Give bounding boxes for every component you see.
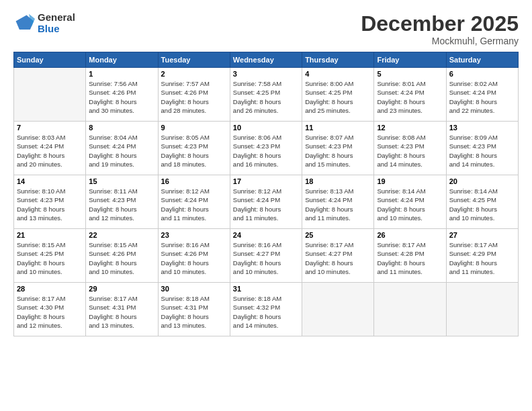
day-cell: 22Sunrise: 8:15 AM Sunset: 4:26 PM Dayli… xyxy=(86,229,158,283)
day-number: 20 xyxy=(449,177,515,185)
calendar: SundayMondayTuesdayWednesdayThursdayFrid… xyxy=(13,52,519,336)
day-info: Sunrise: 8:18 AM Sunset: 4:31 PM Dayligh… xyxy=(161,294,227,330)
day-number: 26 xyxy=(377,231,443,239)
col-header-tuesday: Tuesday xyxy=(158,52,230,68)
day-cell xyxy=(374,283,446,336)
day-cell: 2Sunrise: 7:57 AM Sunset: 4:26 PM Daylig… xyxy=(158,68,230,122)
day-number: 19 xyxy=(377,177,443,185)
day-cell: 5Sunrise: 8:01 AM Sunset: 4:24 PM Daylig… xyxy=(374,68,446,122)
day-info: Sunrise: 7:58 AM Sunset: 4:25 PM Dayligh… xyxy=(233,79,299,115)
day-number: 22 xyxy=(89,231,154,239)
day-cell: 14Sunrise: 8:10 AM Sunset: 4:23 PM Dayli… xyxy=(14,175,86,229)
day-number: 5 xyxy=(377,70,443,78)
day-cell: 25Sunrise: 8:17 AM Sunset: 4:27 PM Dayli… xyxy=(302,229,374,283)
day-info: Sunrise: 8:06 AM Sunset: 4:23 PM Dayligh… xyxy=(233,133,299,169)
day-number: 6 xyxy=(449,70,515,78)
day-info: Sunrise: 8:05 AM Sunset: 4:23 PM Dayligh… xyxy=(161,133,227,169)
day-cell: 21Sunrise: 8:15 AM Sunset: 4:25 PM Dayli… xyxy=(14,229,86,283)
day-number: 8 xyxy=(89,124,154,132)
day-info: Sunrise: 8:14 AM Sunset: 4:24 PM Dayligh… xyxy=(377,187,443,222)
week-row-3: 21Sunrise: 8:15 AM Sunset: 4:25 PM Dayli… xyxy=(14,229,519,283)
day-number: 21 xyxy=(17,231,83,239)
day-info: Sunrise: 8:04 AM Sunset: 4:24 PM Dayligh… xyxy=(89,133,154,169)
logo-line1: General xyxy=(38,12,75,24)
day-info: Sunrise: 8:10 AM Sunset: 4:23 PM Dayligh… xyxy=(17,187,83,222)
day-info: Sunrise: 8:01 AM Sunset: 4:24 PM Dayligh… xyxy=(377,79,443,115)
day-number: 30 xyxy=(161,285,227,293)
week-row-2: 14Sunrise: 8:10 AM Sunset: 4:23 PM Dayli… xyxy=(14,175,519,229)
day-info: Sunrise: 7:56 AM Sunset: 4:26 PM Dayligh… xyxy=(89,79,154,115)
day-number: 15 xyxy=(89,177,154,185)
day-cell: 23Sunrise: 8:16 AM Sunset: 4:26 PM Dayli… xyxy=(158,229,230,283)
calendar-header-row: SundayMondayTuesdayWednesdayThursdayFrid… xyxy=(14,52,519,68)
day-cell: 4Sunrise: 8:00 AM Sunset: 4:25 PM Daylig… xyxy=(302,68,374,122)
day-number: 9 xyxy=(161,124,227,132)
week-row-1: 7Sunrise: 8:03 AM Sunset: 4:24 PM Daylig… xyxy=(14,122,519,175)
day-number: 12 xyxy=(377,124,443,132)
day-info: Sunrise: 8:16 AM Sunset: 4:26 PM Dayligh… xyxy=(161,240,227,276)
day-cell: 28Sunrise: 8:17 AM Sunset: 4:30 PM Dayli… xyxy=(14,283,86,336)
day-info: Sunrise: 8:03 AM Sunset: 4:24 PM Dayligh… xyxy=(17,133,83,169)
day-cell: 30Sunrise: 8:18 AM Sunset: 4:31 PM Dayli… xyxy=(158,283,230,336)
day-info: Sunrise: 8:15 AM Sunset: 4:26 PM Dayligh… xyxy=(89,240,154,276)
day-cell: 15Sunrise: 8:11 AM Sunset: 4:23 PM Dayli… xyxy=(86,175,158,229)
month-title: December 2025 xyxy=(361,12,519,36)
day-number: 23 xyxy=(161,231,227,239)
week-row-4: 28Sunrise: 8:17 AM Sunset: 4:30 PM Dayli… xyxy=(14,283,519,336)
day-cell: 24Sunrise: 8:16 AM Sunset: 4:27 PM Dayli… xyxy=(230,229,302,283)
day-info: Sunrise: 8:12 AM Sunset: 4:24 PM Dayligh… xyxy=(233,187,299,222)
day-cell: 3Sunrise: 7:58 AM Sunset: 4:25 PM Daylig… xyxy=(230,68,302,122)
page: General Blue December 2025 Mockmuhl, Ger… xyxy=(0,0,532,411)
day-cell: 13Sunrise: 8:09 AM Sunset: 4:23 PM Dayli… xyxy=(446,122,518,175)
day-cell: 9Sunrise: 8:05 AM Sunset: 4:23 PM Daylig… xyxy=(158,122,230,175)
day-cell: 26Sunrise: 8:17 AM Sunset: 4:28 PM Dayli… xyxy=(374,229,446,283)
day-number: 17 xyxy=(233,177,299,185)
day-cell: 20Sunrise: 8:14 AM Sunset: 4:25 PM Dayli… xyxy=(446,175,518,229)
logo: General Blue xyxy=(13,12,75,34)
day-cell: 16Sunrise: 8:12 AM Sunset: 4:24 PM Dayli… xyxy=(158,175,230,229)
day-cell: 6Sunrise: 8:02 AM Sunset: 4:24 PM Daylig… xyxy=(446,68,518,122)
day-info: Sunrise: 8:00 AM Sunset: 4:25 PM Dayligh… xyxy=(305,79,371,115)
day-number: 10 xyxy=(233,124,299,132)
day-info: Sunrise: 8:17 AM Sunset: 4:29 PM Dayligh… xyxy=(449,240,515,276)
day-number: 29 xyxy=(89,285,154,293)
day-number: 4 xyxy=(305,70,371,78)
col-header-sunday: Sunday xyxy=(14,52,86,68)
week-row-0: 1Sunrise: 7:56 AM Sunset: 4:26 PM Daylig… xyxy=(14,68,519,122)
col-header-friday: Friday xyxy=(374,52,446,68)
header: General Blue December 2025 Mockmuhl, Ger… xyxy=(13,12,519,46)
day-info: Sunrise: 8:18 AM Sunset: 4:32 PM Dayligh… xyxy=(233,294,299,330)
col-header-monday: Monday xyxy=(86,52,158,68)
day-cell: 8Sunrise: 8:04 AM Sunset: 4:24 PM Daylig… xyxy=(86,122,158,175)
day-info: Sunrise: 8:17 AM Sunset: 4:28 PM Dayligh… xyxy=(377,240,443,276)
day-info: Sunrise: 8:17 AM Sunset: 4:27 PM Dayligh… xyxy=(305,240,371,276)
day-info: Sunrise: 8:17 AM Sunset: 4:30 PM Dayligh… xyxy=(17,294,83,330)
day-number: 25 xyxy=(305,231,371,239)
day-info: Sunrise: 8:16 AM Sunset: 4:27 PM Dayligh… xyxy=(233,240,299,276)
day-number: 24 xyxy=(233,231,299,239)
day-number: 1 xyxy=(89,70,154,78)
day-cell: 17Sunrise: 8:12 AM Sunset: 4:24 PM Dayli… xyxy=(230,175,302,229)
day-number: 11 xyxy=(305,124,371,132)
day-info: Sunrise: 8:02 AM Sunset: 4:24 PM Dayligh… xyxy=(449,79,515,115)
col-header-thursday: Thursday xyxy=(302,52,374,68)
day-cell: 1Sunrise: 7:56 AM Sunset: 4:26 PM Daylig… xyxy=(86,68,158,122)
day-cell: 12Sunrise: 8:08 AM Sunset: 4:23 PM Dayli… xyxy=(374,122,446,175)
day-cell xyxy=(302,283,374,336)
day-info: Sunrise: 8:15 AM Sunset: 4:25 PM Dayligh… xyxy=(17,240,83,276)
day-number: 13 xyxy=(449,124,515,132)
day-cell xyxy=(446,283,518,336)
day-info: Sunrise: 7:57 AM Sunset: 4:26 PM Dayligh… xyxy=(161,79,227,115)
day-cell: 18Sunrise: 8:13 AM Sunset: 4:24 PM Dayli… xyxy=(302,175,374,229)
day-cell: 11Sunrise: 8:07 AM Sunset: 4:23 PM Dayli… xyxy=(302,122,374,175)
col-header-wednesday: Wednesday xyxy=(230,52,302,68)
title-block: December 2025 Mockmuhl, Germany xyxy=(361,12,519,46)
day-info: Sunrise: 8:17 AM Sunset: 4:31 PM Dayligh… xyxy=(89,294,154,330)
day-number: 3 xyxy=(233,70,299,78)
col-header-saturday: Saturday xyxy=(446,52,518,68)
day-info: Sunrise: 8:08 AM Sunset: 4:23 PM Dayligh… xyxy=(377,133,443,169)
logo-icon xyxy=(13,13,35,34)
day-number: 31 xyxy=(233,285,299,293)
day-info: Sunrise: 8:14 AM Sunset: 4:25 PM Dayligh… xyxy=(449,187,515,222)
day-cell: 29Sunrise: 8:17 AM Sunset: 4:31 PM Dayli… xyxy=(86,283,158,336)
